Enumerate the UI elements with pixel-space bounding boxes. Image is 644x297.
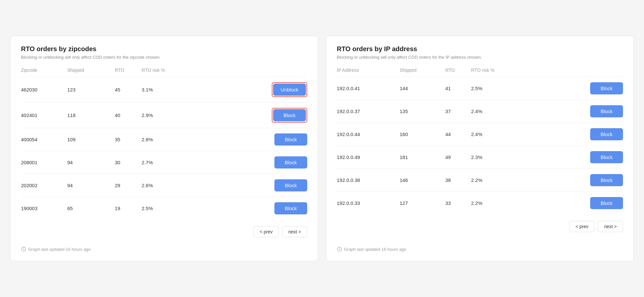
zipcode-row: 402401 118 40 2.9% Block [21,103,307,128]
col-risk: RTO risk % [142,68,207,77]
zipcode-row: 208001 94 30 2.7% Block [21,151,307,174]
zipcode-footer-text: Graph last updated 16 hours ago [28,247,91,252]
zipcode-cell: 190003 [21,197,67,220]
ip-card: RTO orders by IP address Blocking or unb… [326,36,634,261]
action-cell: Block [534,77,623,100]
rto-cell: 45 [115,77,142,103]
ip-cell: 192.0.0.44 [337,123,400,146]
action-cell: Unblock [207,77,307,103]
shipped-cell: 181 [400,146,445,169]
ip-table: IP Address Shipped RTO RTO risk % 192.0.… [337,68,623,214]
rto-cell: 35 [115,128,142,151]
block-button[interactable]: Block [274,179,307,191]
risk-cell: 2.5% [142,197,207,220]
zipcode-cell: 462030 [21,77,67,103]
unblock-button[interactable]: Unblock [273,84,306,96]
ip-pagination: < prev next > [337,221,623,232]
shipped-cell: 146 [400,169,445,192]
action-cell: Block [534,169,623,192]
rto-cell: 49 [445,146,471,169]
shipped-cell: 94 [67,174,115,197]
zipcode-footer: Graph last updated 16 hours ago [21,247,307,252]
risk-cell: 2.2% [471,192,534,215]
risk-cell: 2.2% [471,169,534,192]
rto-cell: 38 [445,169,471,192]
col-shipped: Shipped [67,68,115,77]
zipcode-card-title: RTO orders by zipcodes [21,45,307,53]
risk-cell: 2.5% [471,77,534,100]
col-rto-ip: RTO [445,68,471,77]
shipped-cell: 123 [67,77,115,103]
zipcode-cell: 202002 [21,174,67,197]
ip-footer-text: Graph last updated 16 hours ago [344,247,406,252]
risk-cell: 2.3% [471,146,534,169]
zipcode-row: 462030 123 45 3.1% Unblock [21,77,307,103]
risk-cell: 2.6% [142,174,207,197]
shipped-cell: 118 [67,103,115,128]
shipped-cell: 144 [400,77,445,100]
zipcode-cell: 208001 [21,151,67,174]
zipcode-cell: 400054 [21,128,67,151]
rto-cell: 33 [445,192,471,215]
zipcode-table: Zipcode Shipped RTO RTO risk % 462030 12… [21,68,307,220]
col-rto: RTO [115,68,142,77]
zipcode-card: RTO orders by zipcodes Blocking or unblo… [10,36,318,261]
risk-cell: 2.4% [471,123,534,146]
zipcode-prev-button[interactable]: < prev [253,226,279,237]
rto-cell: 19 [115,197,142,220]
block-button[interactable]: Block [590,105,623,117]
risk-cell: 2.7% [142,151,207,174]
risk-cell: 2.4% [471,100,534,123]
block-button[interactable]: Block [590,82,623,94]
ip-prev-button[interactable]: < prev [569,221,594,232]
ip-row: 192.0.0.38 146 38 2.2% Block [337,169,623,192]
rto-cell: 40 [115,103,142,128]
shipped-cell: 160 [400,123,445,146]
col-risk-ip: RTO risk % [471,68,534,77]
shipped-cell: 94 [67,151,115,174]
action-cell: Block [207,128,307,151]
action-cell: Block [207,174,307,197]
ip-next-button[interactable]: next > [598,221,623,232]
block-button[interactable]: Block [273,109,306,121]
block-button[interactable]: Block [590,174,623,186]
page-wrapper: RTO orders by zipcodes Blocking or unblo… [10,36,634,261]
ip-cell: 192.0.0.33 [337,192,400,215]
col-action [207,68,307,77]
block-button[interactable]: Block [590,197,623,209]
clock-icon-ip [337,247,342,252]
block-button[interactable]: Block [274,202,307,214]
clock-icon [21,247,26,252]
ip-row: 192.0.0.37 135 37 2.4% Block [337,100,623,123]
zipcode-row: 190003 65 19 2.5% Block [21,197,307,220]
zipcode-next-button[interactable]: next > [282,226,307,237]
risk-cell: 2.9% [142,103,207,128]
action-cell: Block [534,100,623,123]
block-button[interactable]: Block [590,151,623,163]
ip-cell: 192.0.0.49 [337,146,400,169]
shipped-cell: 127 [400,192,445,215]
action-cell: Block [534,192,623,215]
block-button[interactable]: Block [274,133,307,146]
ip-cell: 192.0.0.38 [337,169,400,192]
ip-row: 192.0.0.49 181 49 2.3% Block [337,146,623,169]
block-button[interactable]: Block [274,156,307,168]
zipcode-pagination: < prev next > [21,226,307,237]
action-cell: Block [207,103,307,128]
ip-row: 192.0.0.44 160 44 2.4% Block [337,123,623,146]
ip-row: 192.0.0.41 144 41 2.5% Block [337,77,623,100]
risk-cell: 2.8% [142,128,207,151]
col-zipcode: Zipcode [21,68,67,77]
rto-cell: 37 [445,100,471,123]
zipcode-row: 202002 94 29 2.6% Block [21,174,307,197]
col-action-ip [534,68,623,77]
action-cell: Block [534,123,623,146]
zipcode-cell: 402401 [21,103,67,128]
ip-cell: 192.0.0.41 [337,77,400,100]
risk-cell: 3.1% [142,77,207,103]
shipped-cell: 109 [67,128,115,151]
zipcode-card-subtitle: Blocking or unblocking will only affect … [21,55,307,60]
action-cell: Block [207,151,307,174]
rto-cell: 41 [445,77,471,100]
block-button[interactable]: Block [590,128,623,140]
